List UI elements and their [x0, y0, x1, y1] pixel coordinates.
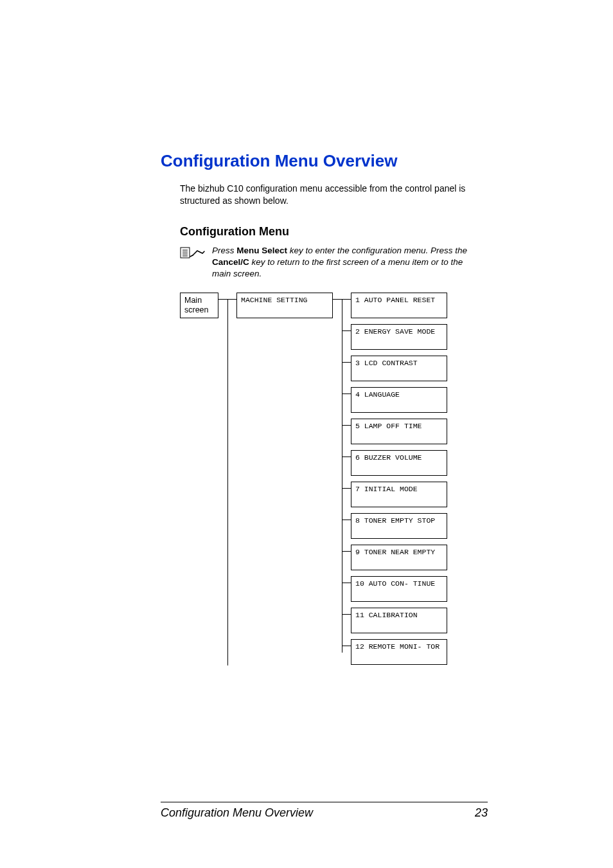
branch-7: [342, 488, 351, 489]
box-item-7: 7 INITIAL MODE: [351, 482, 447, 507]
branch-9: [342, 551, 351, 552]
box-item-11: 11 CALIBRATION: [351, 608, 447, 633]
note-part1: Press: [212, 246, 236, 255]
box-item-8: 8 TONER EMPTY STOP: [351, 513, 447, 539]
box-item-1: 1 AUTO PANEL RESET: [351, 293, 447, 318]
connector-main-v: [227, 299, 228, 665]
note-icon: [180, 246, 206, 259]
box-item-5: 5 LAMP OFF TIME: [351, 419, 447, 444]
branch-2: [342, 330, 351, 331]
branch-4: [342, 393, 351, 394]
menu-diagram: Main screen MACHINE SETTING 1 AUTO PANEL…: [180, 291, 488, 703]
note-part3: key to return to the first screen of a m…: [212, 257, 463, 278]
page-number: 23: [475, 806, 488, 820]
branch-8: [342, 520, 351, 520]
page-title: Configuration Menu Overview: [161, 151, 488, 171]
note-row: Press Menu Select key to enter the confi…: [180, 245, 488, 280]
svg-rect-0: [181, 248, 190, 258]
box-main-screen: Main screen: [180, 293, 218, 318]
branch-6: [342, 457, 351, 457]
note-bold2: Cancel/C: [212, 257, 249, 267]
box-item-9: 9 TONER NEAR EMPTY: [351, 545, 447, 570]
page-footer: Configuration Menu Overview 23: [161, 802, 488, 820]
connector-mid-v: [342, 299, 342, 653]
box-machine-setting: MACHINE SETTING: [236, 293, 333, 318]
box-item-10: 10 AUTO CON- TINUE: [351, 576, 447, 602]
branch-3: [342, 362, 351, 363]
box-item-12: 12 REMOTE MONI- TOR: [351, 639, 447, 665]
note-part2: key to enter the configuration menu. Pre…: [287, 246, 467, 255]
footer-title: Configuration Menu Overview: [161, 806, 313, 820]
branch-12: [342, 646, 351, 646]
box-item-6: 6 BUZZER VOLUME: [351, 450, 447, 476]
branch-11: [342, 614, 351, 615]
section-heading: Configuration Menu: [180, 225, 488, 239]
branch-5: [342, 425, 351, 426]
box-item-4: 4 LANGUAGE: [351, 387, 447, 413]
note-bold1: Menu Select: [236, 246, 287, 255]
intro-text: The bizhub C10 configuration menu access…: [180, 183, 469, 207]
box-item-3: 3 LCD CONTRAST: [351, 356, 447, 381]
page: Configuration Menu Overview The bizhub C…: [0, 0, 613, 868]
branch-10: [342, 583, 351, 583]
box-item-2: 2 ENERGY SAVE MODE: [351, 324, 447, 350]
note-text: Press Menu Select key to enter the confi…: [212, 245, 482, 280]
